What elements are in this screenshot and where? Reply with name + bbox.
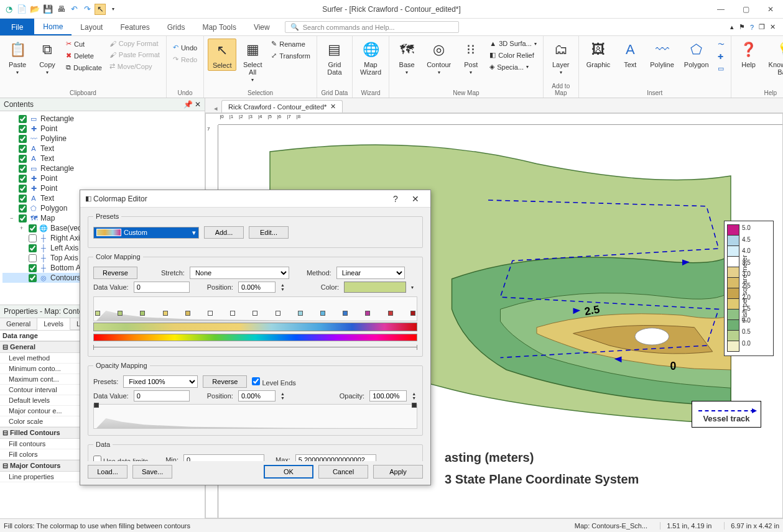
qat-undo-icon[interactable]: ↶ (68, 4, 80, 15)
layer-checkbox[interactable] (19, 145, 27, 153)
tab-home[interactable]: Home (34, 19, 72, 35)
dialog-titlebar[interactable]: ◧ Colormap Editor ? ✕ (80, 190, 430, 208)
base-button[interactable]: 🗺Base▾ (393, 39, 420, 76)
ok-button[interactable]: OK (264, 465, 313, 479)
tab-view[interactable]: View (245, 19, 279, 35)
help-icon[interactable]: ? (750, 24, 754, 31)
kb-button[interactable]: 💡Knowledge Base (765, 39, 783, 77)
special-button[interactable]: ◈Specia...▾ (487, 62, 539, 72)
tree-item[interactable]: ▭Rectangle (2, 163, 202, 173)
pin-icon[interactable]: 📌 (183, 100, 193, 109)
tree-item[interactable]: AText (2, 154, 202, 163)
paste-format-button[interactable]: 🖌Paste Format (107, 50, 162, 60)
min-input[interactable] (183, 454, 264, 461)
spinner-icon[interactable]: ▲▼ (280, 283, 285, 291)
tree-item[interactable]: ▭Rectangle (2, 114, 202, 124)
qat-print-icon[interactable]: 🖶 (55, 4, 67, 15)
tree-item[interactable]: ✚Point (2, 124, 202, 134)
layer-checkbox[interactable] (19, 135, 27, 143)
position-input[interactable] (238, 282, 276, 293)
tree-item[interactable]: AText (2, 144, 202, 154)
layer-checkbox[interactable] (29, 224, 37, 232)
layer-checkbox[interactable] (19, 214, 27, 222)
relief-button[interactable]: ◧Color Relief (487, 50, 539, 60)
polygon-button[interactable]: ⬠Polygon (680, 39, 713, 70)
cancel-button[interactable]: Cancel (318, 465, 368, 479)
text-button[interactable]: AText (616, 39, 644, 70)
apply-button[interactable]: Apply (373, 465, 423, 479)
close-icon[interactable]: ✕ (758, 1, 783, 18)
layer-checkbox[interactable] (29, 234, 37, 242)
layer-button[interactable]: 🗂Layer▾ (547, 39, 575, 76)
close-pane-icon[interactable]: ✕ (195, 100, 201, 109)
add-button[interactable]: Add... (204, 226, 244, 239)
props-tab-general[interactable]: General (0, 318, 37, 329)
contour-button[interactable]: ◎Contour▾ (423, 39, 455, 76)
layer-checkbox[interactable] (19, 175, 27, 183)
close-icon[interactable]: ✕ (405, 194, 425, 204)
tab-layout[interactable]: Layout (72, 19, 111, 35)
oposition-input[interactable] (238, 390, 276, 401)
tab-maptools[interactable]: Map Tools (193, 19, 244, 35)
max-input[interactable] (295, 454, 376, 461)
maximize-icon[interactable]: ▢ (733, 1, 758, 18)
duplicate-button[interactable]: ⧉Duplicate (63, 62, 104, 73)
select-all-button[interactable]: ▦Select All▾ (239, 39, 266, 84)
tab-features[interactable]: Features (111, 19, 158, 35)
copy-format-button[interactable]: 🖌Copy Format (107, 39, 162, 48)
save-button[interactable]: Save... (132, 465, 172, 479)
opacity-preset-select[interactable]: Fixed 100% (123, 375, 198, 388)
move-copy-button[interactable]: ⇄Move/Copy (107, 61, 162, 71)
color-histogram[interactable] (93, 296, 417, 321)
delete-button[interactable]: ✖Delete (63, 50, 104, 61)
tab-grids[interactable]: Grids (159, 19, 194, 35)
preset-select[interactable]: Custom ▾ (93, 227, 199, 239)
rename-button[interactable]: ✎Rename (269, 39, 313, 49)
layer-checkbox[interactable] (29, 274, 37, 282)
layer-checkbox[interactable] (19, 115, 27, 123)
layer-checkbox[interactable] (19, 125, 27, 133)
layer-checkbox[interactable] (19, 185, 27, 193)
symbol-button[interactable]: ✚ (715, 52, 727, 62)
reverse-button[interactable]: Reverse (93, 267, 137, 279)
collapse-ribbon-icon[interactable]: ▴ (730, 23, 734, 31)
qat-select-icon[interactable]: ↖ (95, 4, 106, 15)
graphic-button[interactable]: 🖼Graphic (583, 39, 614, 70)
qat-dropdown-icon[interactable]: ▾ (108, 4, 119, 15)
level-ends-checkbox[interactable]: Level Ends (252, 377, 296, 387)
minimize-icon[interactable]: — (708, 1, 733, 18)
layer-checkbox[interactable] (19, 204, 27, 213)
edit-button[interactable]: Edit... (249, 226, 289, 239)
gradient-bar[interactable] (93, 323, 417, 331)
copy-button[interactable]: ⧉Copy▾ (34, 39, 61, 76)
redo-button[interactable]: ↷Redo (170, 54, 200, 65)
odatavalue-input[interactable] (134, 390, 190, 401)
paste-button[interactable]: 📋Paste▾ (4, 39, 31, 76)
close-tab-icon[interactable]: ✕ (330, 103, 336, 111)
layer-checkbox[interactable] (19, 195, 27, 203)
qat-new-icon[interactable]: 📄 (16, 4, 27, 15)
color-swatch[interactable] (344, 282, 406, 293)
grid-data-button[interactable]: ▤Grid Data (321, 39, 348, 77)
range-slider[interactable] (93, 345, 417, 350)
layer-checkbox[interactable] (19, 165, 27, 173)
layer-checkbox[interactable] (29, 244, 37, 252)
shape-button[interactable]: ▭ (715, 63, 727, 74)
file-tab[interactable]: File (0, 19, 34, 35)
map-wizard-button[interactable]: 🌐Map Wizard (356, 39, 385, 77)
undo-button[interactable]: ↶Undo (170, 42, 200, 53)
use-limits-checkbox[interactable]: Use data limits (93, 456, 148, 462)
tree-item[interactable]: 〰Polyline (2, 134, 202, 144)
document-tab[interactable]: Rick Crawford - Contour_edited*✕ (221, 100, 343, 112)
surface-button[interactable]: ▲3D Surfa...▾ (487, 39, 539, 48)
method-select[interactable]: Linear (336, 267, 405, 279)
flag-icon[interactable]: ⚑ (739, 23, 745, 31)
datavalue-input[interactable] (134, 282, 190, 293)
help-icon[interactable]: ? (386, 194, 405, 204)
tab-scroll-left-icon[interactable]: ◂ (210, 104, 221, 112)
spline-button[interactable]: 〜 (715, 39, 727, 50)
restore-window-icon[interactable]: ❐ (759, 23, 765, 31)
qat-open-icon[interactable]: 📂 (29, 4, 40, 15)
layer-checkbox[interactable] (29, 254, 37, 262)
opacity-input[interactable] (369, 390, 407, 401)
